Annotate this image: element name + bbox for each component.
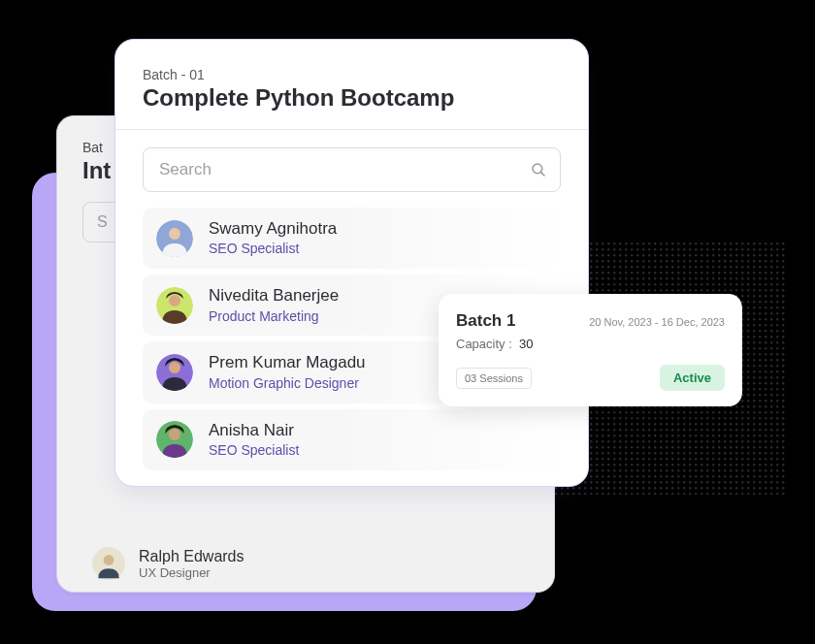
batch-title: Batch 1 [456, 311, 515, 331]
list-item[interactable]: Anisha Nair SEO Specialist [143, 409, 561, 470]
divider [115, 129, 588, 130]
svg-line-5 [540, 172, 544, 176]
svg-point-13 [169, 429, 180, 440]
member-name: Swamy Agnihotra [209, 219, 337, 239]
batch-status-card[interactable]: Batch 1 20 Nov, 2023 - 16 Dec, 2023 Capa… [439, 294, 742, 406]
avatar [156, 421, 193, 458]
member-name: Nivedita Banerjee [209, 286, 339, 306]
member-name: Prem Kumar Magadu [209, 353, 366, 372]
batch-date-range: 20 Nov, 2023 - 16 Dec, 2023 [589, 316, 725, 328]
list-item[interactable]: Swamy Agnihotra SEO Specialist [143, 208, 561, 269]
card-title: Complete Python Bootcamp [143, 84, 561, 112]
member-role: SEO Specialist [209, 241, 337, 257]
svg-point-9 [169, 295, 180, 306]
search-placeholder-text: S [97, 213, 108, 231]
status-badge: Active [660, 365, 725, 391]
svg-point-7 [169, 228, 180, 240]
avatar [92, 547, 125, 580]
avatar [156, 287, 193, 324]
svg-point-11 [169, 362, 180, 373]
member-role: Motion Graphic Designer [209, 375, 366, 392]
capacity-label: Capacity : [456, 337, 512, 351]
member-name: Anisha Nair [209, 421, 299, 440]
search-field[interactable] [143, 147, 561, 192]
batch-label: Batch - 01 [143, 67, 561, 82]
search-input[interactable] [143, 147, 561, 192]
search-icon [530, 161, 547, 178]
member-role: UX Designer [139, 565, 244, 580]
capacity-value: 30 [519, 337, 533, 351]
sessions-chip: 03 Sessions [456, 368, 532, 389]
avatar [156, 354, 193, 391]
batch-capacity: Capacity : 30 [456, 337, 725, 351]
member-role: SEO Specialist [209, 442, 299, 459]
member-name: Ralph Edwards [139, 548, 244, 565]
list-item[interactable]: Ralph Edwards UX Designer [82, 535, 529, 592]
svg-point-3 [104, 555, 114, 565]
member-role: Product Marketing [209, 308, 339, 325]
avatar [156, 220, 193, 257]
batch-card: Batch - 01 Complete Python Bootcamp Swam… [114, 39, 589, 487]
